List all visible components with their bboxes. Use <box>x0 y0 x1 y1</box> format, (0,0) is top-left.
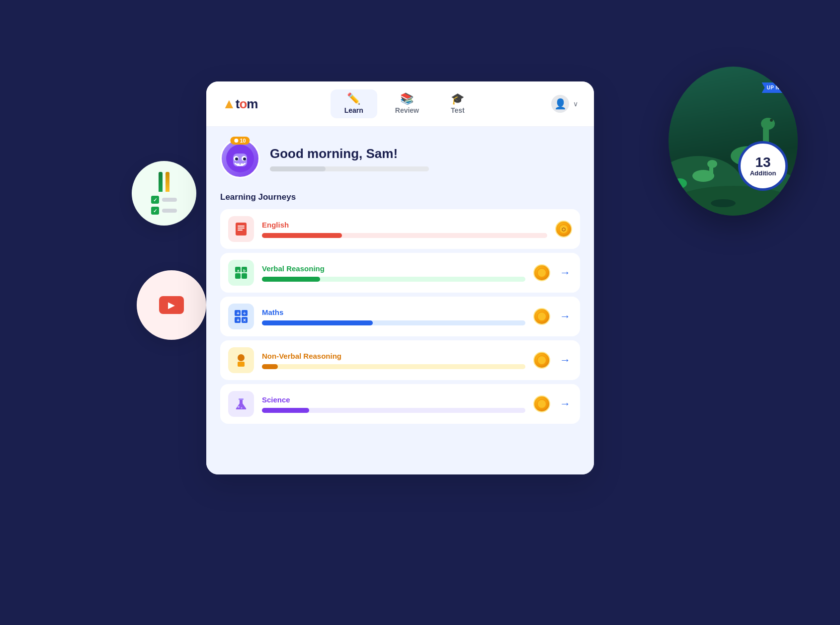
maths-icon-box: + ÷ + × <box>228 304 254 329</box>
english-coin: ⬡ <box>555 221 572 237</box>
nvr-arrow[interactable]: → <box>558 354 572 367</box>
verbal-info: Verbal Reasoning <box>262 264 525 282</box>
nvr-coin <box>533 352 550 369</box>
english-icon <box>234 222 249 236</box>
avatar-wrap: 10 <box>220 139 260 178</box>
maths-arrow[interactable]: → <box>558 310 572 323</box>
logo: ▲ t o m <box>222 96 257 112</box>
xp-progress-bar <box>270 166 429 171</box>
svg-rect-34 <box>238 362 245 367</box>
maths-icon: + ÷ + × <box>234 309 249 324</box>
svg-text:×: × <box>243 317 246 323</box>
svg-point-33 <box>238 354 245 361</box>
coin-svg <box>536 355 547 366</box>
science-icon-box <box>228 391 254 417</box>
svg-point-5 <box>243 157 246 160</box>
svg-rect-9 <box>238 226 245 227</box>
check-line <box>162 209 177 213</box>
tab-learn[interactable]: ✏️ Learn <box>331 89 377 118</box>
coin-dot <box>234 139 238 143</box>
tab-review[interactable]: 📚 Review <box>381 89 433 118</box>
pencil-yellow-icon <box>166 172 169 192</box>
science-coin <box>533 395 550 412</box>
subject-row-english[interactable]: English ⬡ <box>220 209 580 249</box>
subject-row-maths[interactable]: + ÷ + × Maths <box>220 297 580 336</box>
svg-text:⬡: ⬡ <box>562 227 566 232</box>
nav-tabs: ✏️ Learn 📚 Review 🎓 Test <box>269 89 539 118</box>
subject-row-verbal[interactable]: a b Verbal Reasoning <box>220 253 580 293</box>
svg-point-32 <box>538 312 546 320</box>
english-info: English <box>262 221 547 238</box>
xp-progress-fill <box>270 166 326 171</box>
svg-rect-10 <box>238 228 245 229</box>
maths-track <box>262 320 525 325</box>
maths-fill <box>262 320 373 325</box>
upnext-number-circle: 13 Addition <box>738 141 788 191</box>
nvr-icon-box <box>228 347 254 373</box>
svg-point-41 <box>538 400 546 408</box>
verbal-track <box>262 277 525 282</box>
verbal-icon-box: a b <box>228 260 254 286</box>
coin-count: 10 <box>240 138 246 144</box>
pencil-green-icon <box>159 172 163 192</box>
tab-test[interactable]: 🎓 Test <box>437 89 479 118</box>
coin-svg <box>536 311 547 322</box>
subject-list: English ⬡ <box>220 209 580 424</box>
greeting-text: Good morning, Sam! <box>270 146 580 161</box>
svg-text:+: + <box>237 311 240 316</box>
upnext-card[interactable]: UP NEXT! 13 Addition <box>669 67 798 216</box>
coin-svg: ⬡ <box>558 224 569 234</box>
tasks-circle[interactable]: ✓ ✓ <box>132 161 196 226</box>
main-card: ▲ t o m ✏️ Learn 📚 Review 🎓 Test <box>206 81 594 474</box>
svg-rect-18 <box>242 273 247 279</box>
svg-point-53 <box>673 178 687 188</box>
svg-point-47 <box>761 118 775 130</box>
nvr-track <box>262 364 525 369</box>
svg-point-38 <box>238 406 240 408</box>
english-track <box>262 233 547 238</box>
science-arrow[interactable]: → <box>558 397 572 410</box>
science-name: Science <box>262 395 525 404</box>
test-icon: 🎓 <box>451 93 464 104</box>
science-track <box>262 408 525 413</box>
english-name: English <box>262 221 547 229</box>
english-fill <box>262 233 342 238</box>
verbal-coin <box>533 264 550 281</box>
review-icon: 📚 <box>400 93 414 104</box>
svg-point-39 <box>241 407 243 409</box>
check-line <box>162 198 177 202</box>
chevron-down-icon[interactable]: ∨ <box>573 100 578 108</box>
svg-text:÷: ÷ <box>243 311 246 316</box>
svg-point-4 <box>235 157 238 160</box>
svg-point-22 <box>538 269 546 277</box>
check-icon: ✓ <box>151 196 159 204</box>
science-fill <box>262 408 309 413</box>
avatar <box>220 139 260 178</box>
coin-svg <box>536 398 547 409</box>
svg-text:+: + <box>237 317 240 323</box>
maths-coin <box>533 308 550 325</box>
user-header: 10 <box>220 139 580 178</box>
science-info: Science <box>262 395 525 413</box>
verbal-icon: a b <box>234 265 249 280</box>
science-icon <box>234 396 249 411</box>
svg-point-48 <box>770 119 773 122</box>
svg-rect-7 <box>241 163 243 166</box>
nav-right: 👤 ∨ <box>551 95 578 113</box>
verbal-name: Verbal Reasoning <box>262 264 525 273</box>
subject-row-nvr[interactable]: Non-Verbal Reasoning → <box>220 340 580 380</box>
subject-row-science[interactable]: Science → <box>220 384 580 424</box>
video-icon: ▶ <box>159 296 184 314</box>
greeting-area: Good morning, Sam! <box>270 146 580 171</box>
learn-icon: ✏️ <box>347 93 360 104</box>
content-area: 10 <box>206 127 594 474</box>
svg-point-54 <box>711 199 736 207</box>
maths-name: Maths <box>262 308 525 316</box>
video-circle[interactable]: ▶ <box>137 270 206 340</box>
verbal-arrow[interactable]: → <box>558 266 572 279</box>
tab-test-label: Test <box>451 106 465 114</box>
user-avatar-icon[interactable]: 👤 <box>551 95 569 113</box>
tab-review-label: Review <box>395 106 419 114</box>
upnext-ribbon: UP NEXT! <box>762 82 798 93</box>
svg-rect-8 <box>236 223 247 235</box>
